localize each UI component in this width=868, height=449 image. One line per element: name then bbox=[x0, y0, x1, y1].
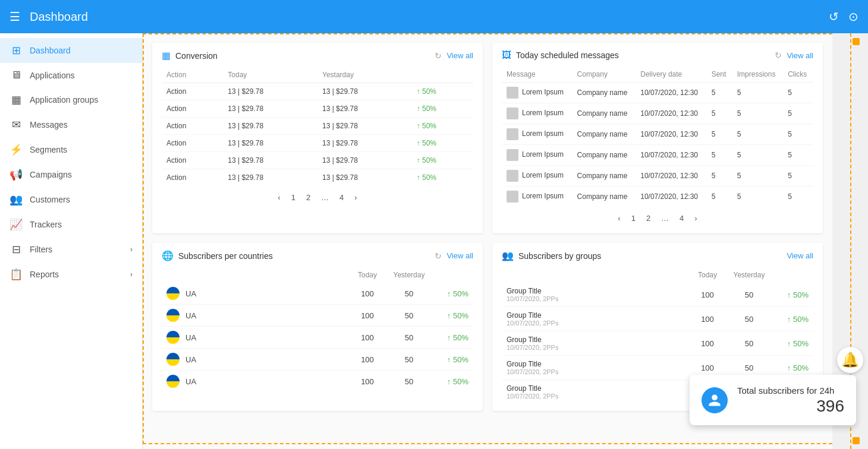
pg-4[interactable]: 4 bbox=[336, 192, 347, 203]
pg-1[interactable]: 1 bbox=[628, 213, 639, 224]
clicks-cell: 5 bbox=[783, 186, 813, 207]
sidebar-item-customers[interactable]: 👥 Customers bbox=[0, 187, 142, 212]
list-item: Group Title 10/07/2020, 2PPs 100 50 ↑ 50… bbox=[502, 331, 813, 356]
group-date: 10/07/2020, 2PPs bbox=[507, 320, 684, 327]
today-value: 100 bbox=[690, 339, 725, 348]
message-cell: Lorem Ipsum bbox=[502, 166, 573, 186]
sidebar-item-reports[interactable]: 📋 Reports › bbox=[0, 262, 142, 287]
account-icon[interactable]: ⊙ bbox=[848, 10, 858, 24]
change-cell: ↑ 50% bbox=[412, 118, 473, 135]
pg-1[interactable]: 1 bbox=[288, 192, 299, 203]
menu-icon[interactable]: ☰ bbox=[10, 10, 20, 24]
pg-next[interactable]: › bbox=[351, 192, 360, 203]
scheduled-messages-card: 🖼 Today scheduled messages ↻ View all Me… bbox=[492, 43, 823, 233]
sidebar-item-application-groups[interactable]: ▦ Application groups bbox=[0, 87, 142, 112]
conversion-icon: ▦ bbox=[162, 50, 171, 61]
sidebar: ⊞ Dashboard 🖥 Applications ▦ Application… bbox=[0, 33, 143, 449]
sidebar-item-campaigns[interactable]: 📢 Campaigns bbox=[0, 162, 142, 187]
sub-groups-header: 👥 Subscribers by groups View all bbox=[502, 250, 813, 261]
pg-next[interactable]: › bbox=[691, 213, 700, 224]
list-item: UA 100 50 ↑ 50% bbox=[162, 327, 473, 349]
scheduled-refresh[interactable]: ↻ bbox=[775, 50, 782, 60]
pg-2[interactable]: 2 bbox=[643, 213, 654, 224]
change-value: ↑ 50% bbox=[433, 311, 468, 320]
filters-icon: ⊟ bbox=[10, 243, 23, 256]
sidebar-item-label: Filters bbox=[30, 245, 52, 254]
sub-countries-header: 🌐 Subscribers per countries ↻ View all bbox=[162, 250, 473, 261]
country-label: UA bbox=[185, 311, 344, 320]
subscribers-countries-card: 🌐 Subscribers per countries ↻ View all T… bbox=[152, 243, 483, 411]
top-section-grid: ▦ Conversion ↻ View all Action Today Yes… bbox=[152, 43, 823, 233]
today-value: 100 bbox=[690, 290, 725, 299]
change-value: ↑ 50% bbox=[433, 289, 468, 298]
action-cell: Action bbox=[162, 83, 223, 100]
sent-cell: 5 bbox=[707, 145, 732, 166]
scheduled-view-all[interactable]: View all bbox=[787, 51, 813, 60]
sub-countries-col-headers: Today Yesterday bbox=[162, 267, 473, 283]
country-label: UA bbox=[185, 355, 344, 364]
flag-icon bbox=[166, 331, 180, 344]
change-value: ↑ 50% bbox=[773, 339, 809, 348]
sub-col-today: Today bbox=[350, 271, 385, 279]
flag-icon bbox=[166, 309, 180, 322]
conversion-refresh[interactable]: ↻ bbox=[435, 51, 442, 61]
sidebar-item-trackers[interactable]: 📈 Trackers bbox=[0, 212, 142, 237]
dashboard-icon: ⊞ bbox=[10, 44, 23, 57]
pg-prev[interactable]: ‹ bbox=[614, 213, 624, 224]
delivery-cell: 10/07/2020, 12:30 bbox=[636, 166, 706, 186]
col-company: Company bbox=[573, 67, 636, 83]
sidebar-item-applications[interactable]: 🖥 Applications bbox=[0, 63, 142, 87]
segments-icon: ⚡ bbox=[10, 143, 23, 156]
yesterday-cell: 13 | $29.78 bbox=[317, 169, 412, 186]
yesterday-value: 50 bbox=[731, 315, 767, 324]
clicks-cell: 5 bbox=[783, 124, 813, 145]
pg-prev[interactable]: ‹ bbox=[274, 192, 284, 203]
impressions-cell: 5 bbox=[732, 83, 783, 103]
sent-cell: 5 bbox=[707, 124, 732, 145]
list-item: UA 100 50 ↑ 50% bbox=[162, 371, 473, 392]
action-cell: Action bbox=[162, 118, 223, 135]
pg-2[interactable]: 2 bbox=[303, 192, 314, 203]
clicks-cell: 5 bbox=[783, 103, 813, 124]
change-cell: ↑ 50% bbox=[412, 135, 473, 152]
sidebar-item-segments[interactable]: ⚡ Segments bbox=[0, 137, 142, 162]
delivery-cell: 10/07/2020, 12:30 bbox=[636, 124, 706, 145]
sub-countries-view-all[interactable]: View all bbox=[446, 251, 473, 260]
today-value: 100 bbox=[350, 333, 385, 342]
sidebar-item-messages[interactable]: ✉ Messages bbox=[0, 112, 142, 137]
group-date: 10/07/2020, 2PPs bbox=[507, 344, 684, 351]
company-cell: Company name bbox=[573, 124, 636, 145]
pg-4[interactable]: 4 bbox=[676, 213, 687, 224]
group-info: Group Title 10/07/2020, 2PPs bbox=[507, 311, 684, 327]
today-cell: 13 | $29.78 bbox=[223, 118, 317, 135]
tooltip-avatar bbox=[702, 387, 728, 413]
filters-arrow: › bbox=[130, 245, 133, 254]
sidebar-item-label: Messages bbox=[30, 120, 68, 129]
message-cell: Lorem Ipsum bbox=[502, 83, 573, 103]
reports-arrow: › bbox=[130, 270, 133, 279]
conversion-view-all[interactable]: View all bbox=[446, 51, 473, 60]
group-title: Group Title bbox=[507, 384, 684, 393]
group-info: Group Title 10/07/2020, 2PPs bbox=[507, 336, 684, 351]
sub-countries-refresh[interactable]: ↻ bbox=[435, 251, 442, 261]
group-title: Group Title bbox=[507, 311, 684, 320]
sidebar-item-label: Segments bbox=[30, 145, 67, 154]
list-item: UA 100 50 ↑ 50% bbox=[162, 305, 473, 327]
country-label: UA bbox=[185, 289, 344, 298]
tooltip-count: 396 bbox=[737, 397, 844, 416]
app-groups-icon: ▦ bbox=[10, 93, 23, 106]
flag-icon bbox=[166, 287, 180, 300]
sent-cell: 5 bbox=[707, 83, 732, 103]
sidebar-item-filters[interactable]: ⊟ Filters › bbox=[0, 237, 142, 262]
yesterday-cell: 13 | $29.78 bbox=[317, 152, 412, 169]
refresh-icon[interactable]: ↺ bbox=[829, 10, 839, 24]
today-value: 100 bbox=[350, 289, 385, 298]
sidebar-item-dashboard[interactable]: ⊞ Dashboard bbox=[0, 38, 142, 63]
group-info: Group Title 10/07/2020, 2PPs bbox=[507, 360, 684, 375]
yesterday-cell: 13 | $29.78 bbox=[317, 100, 412, 118]
delivery-cell: 10/07/2020, 12:30 bbox=[636, 83, 706, 103]
sub-groups-view-all[interactable]: View all bbox=[787, 251, 813, 260]
clicks-cell: 5 bbox=[783, 145, 813, 166]
company-cell: Company name bbox=[573, 145, 636, 166]
bell-button[interactable]: 🔔 bbox=[837, 347, 863, 373]
